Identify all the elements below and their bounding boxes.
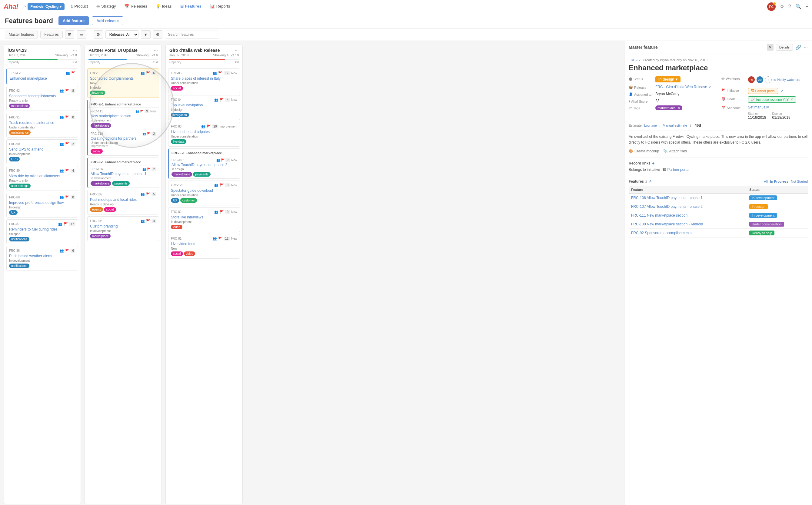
- partner-portal-link[interactable]: Partner portal: [667, 168, 689, 172]
- nav-reports[interactable]: 📊 Reports: [206, 0, 234, 13]
- tab-features[interactable]: Features: [40, 31, 62, 38]
- add-record-link-icon[interactable]: +: [652, 161, 654, 166]
- detail-more-icon[interactable]: ···: [804, 44, 808, 50]
- initiative-badge[interactable]: 🏗 Partner portal: [748, 88, 778, 94]
- detail-details-button[interactable]: Details: [776, 44, 793, 50]
- list-item[interactable]: FRC-88 👥 🚩 0 Improved preferences design…: [6, 193, 78, 217]
- feature-link[interactable]: FRC-107 Allow TouchID payments - phase 2: [631, 204, 703, 209]
- table-row[interactable]: FRC-100 New marketplace section - Androi…: [629, 220, 808, 229]
- card-title[interactable]: Sponsored accomplishments: [9, 94, 75, 98]
- filter-not-started[interactable]: Not Started: [791, 180, 808, 183]
- list-item[interactable]: FRC-85 👥 🚩 17 New Share places of intere…: [168, 68, 240, 93]
- feature-link[interactable]: FRC-100 New marketplace section - Androi…: [631, 222, 703, 226]
- list-item[interactable]: FRC-82 👥 🚩 9 New Store live interviews I…: [168, 207, 240, 232]
- card-title[interactable]: Enhanced marketplace: [10, 76, 75, 80]
- add-feature-button[interactable]: Add feature: [58, 16, 89, 25]
- feature-link[interactable]: FRC-106 Allow TouchID payments - phase 1: [631, 196, 703, 200]
- card-title[interactable]: Share places of interest in Italy: [171, 76, 237, 80]
- status-badge[interactable]: In design ▾: [655, 76, 680, 82]
- workspace-selector[interactable]: Fredwin Cycling ▾: [28, 3, 65, 10]
- detail-id-link[interactable]: FRC-E-1: [629, 58, 642, 62]
- master-feature-card-giro[interactable]: FRC-E-1 Enhanced marketplace FRC-107 👥 🚩…: [168, 148, 240, 179]
- card-title[interactable]: Sponsored Complishments: [90, 76, 156, 80]
- list-item[interactable]: FRC-89 👥 🚩 4 View ride by miles or kilom…: [6, 166, 78, 191]
- nav-ideas[interactable]: 💡 Ideas: [152, 0, 176, 13]
- column-more-menu[interactable]: ···: [73, 48, 77, 53]
- list-item[interactable]: FRC-90 👥 🚩 2 Send GPS to a friend In dev…: [6, 139, 78, 164]
- table-row[interactable]: FRC-107 Allow TouchID payments - phase 2…: [629, 202, 808, 211]
- help-icon[interactable]: ?: [788, 4, 791, 9]
- home-icon[interactable]: ⌂: [23, 4, 26, 9]
- list-item[interactable]: FRC-84 👥 🚩 4 New Top level navigation In…: [168, 95, 240, 120]
- add-icon[interactable]: +: [806, 4, 808, 9]
- sub-card-title[interactable]: Allow TouchID payments - phase 1: [91, 172, 156, 176]
- attach-files-link[interactable]: 📎 Attach files: [663, 149, 687, 153]
- initiative-external-link[interactable]: ↗: [781, 89, 784, 93]
- list-item[interactable]: FRC-92 👥 🚩 8 Sponsored accomplishments R…: [6, 86, 78, 111]
- tag-remove-icon[interactable]: ✕: [677, 106, 680, 110]
- card-title[interactable]: Live video feed: [171, 242, 237, 246]
- card-title[interactable]: Store live interviews: [171, 215, 237, 219]
- avatar[interactable]: FC: [767, 2, 776, 11]
- log-time-link[interactable]: Log time: [644, 124, 657, 127]
- card-title[interactable]: Custom branding: [90, 224, 156, 228]
- search-input[interactable]: [165, 31, 219, 38]
- card-title[interactable]: Live dashboard udpates: [171, 130, 237, 134]
- card-title[interactable]: Send GPS to a friend: [9, 147, 75, 152]
- create-mockup-link[interactable]: 🎨 Create mockup: [629, 149, 659, 153]
- releases-filter[interactable]: Releases: All: [106, 30, 139, 39]
- list-item[interactable]: FRC-123 👥 🚩 0 New Spectator guide downlo…: [168, 181, 240, 205]
- card-title[interactable]: Improved preferences design flow: [9, 200, 75, 205]
- card-title[interactable]: Spectator guide download: [171, 188, 237, 193]
- settings-icon[interactable]: ⚙: [94, 30, 103, 39]
- card-title[interactable]: Top level navigation: [171, 103, 237, 107]
- table-row[interactable]: FRC-111 New marketplace section In devel…: [629, 211, 808, 220]
- set-manually-link[interactable]: Set manually: [748, 105, 769, 109]
- sub-card-111[interactable]: FRC-111 👥 🚩 9 New New marketplace sectio…: [88, 108, 159, 130]
- nav-strategy[interactable]: ◎ Strategy: [92, 0, 120, 13]
- card-title[interactable]: View ride by miles or kilometers: [9, 174, 75, 178]
- grid-view-icon[interactable]: ⊞: [65, 30, 74, 39]
- settings-icon[interactable]: ⚙: [780, 4, 784, 9]
- features-info-icon[interactable]: ℹ: [645, 179, 647, 184]
- list-item[interactable]: FRC-86 👥 🚩 6 Push based weather alerts I…: [6, 246, 78, 271]
- nav-features[interactable]: ⊞ Features: [176, 0, 206, 13]
- column-settings-icon[interactable]: ⚙: [153, 30, 162, 39]
- list-view-icon[interactable]: ☰: [76, 30, 86, 39]
- estimate-help-icon[interactable]: ℹ: [690, 123, 691, 128]
- column-more-menu[interactable]: ···: [154, 48, 158, 53]
- feature-link[interactable]: FRC-92 Sponsored accomplishments: [631, 231, 691, 235]
- list-item[interactable]: FRC-87 👥 🚩 17 Reminders to fuel during r…: [6, 219, 78, 244]
- list-item[interactable]: FRC-109 👥 🚩 5 Post meetups and local rid…: [87, 190, 159, 214]
- manual-estimate-link[interactable]: Manual estimate: [663, 124, 687, 127]
- sub-card-106[interactable]: FRC-106 👥 🚩 2 Allow TouchID payments - p…: [88, 165, 159, 187]
- notify-watchers-link[interactable]: ✉ Notify watchers: [774, 78, 800, 82]
- detail-tag[interactable]: marketplace ✕: [655, 106, 682, 110]
- filter-icon[interactable]: ▼: [141, 30, 151, 39]
- detail-link-icon[interactable]: 🔗: [795, 44, 801, 50]
- master-feature-card[interactable]: FRC-E-1 Enhanced marketplace FRC-111 👥 🚩…: [87, 100, 159, 156]
- list-item[interactable]: FRC-83 👥 🚩 20 Improvement Live dashboard…: [168, 122, 240, 147]
- filter-in-progress[interactable]: In Progress: [770, 180, 789, 183]
- card-title[interactable]: Reminders to fuel during rides: [9, 227, 75, 231]
- table-row[interactable]: FRC-92 Sponsored accomplishments Ready t…: [629, 229, 808, 237]
- sub-card-110[interactable]: FRC-110 👥 🚩 2 Curating options for partn…: [88, 130, 159, 155]
- sub-card-title[interactable]: Allow TouchID payments - phase 2: [171, 163, 237, 167]
- card-title[interactable]: Track required maintenance: [9, 121, 75, 125]
- nav-releases[interactable]: 📅 Releases: [120, 0, 151, 13]
- sub-card-title[interactable]: Curating options for partners: [91, 136, 156, 141]
- list-item[interactable]: FRC-91 👥 🚩 0 Track required maintenance …: [6, 113, 78, 138]
- list-item[interactable]: FRC-* 👥 🚩 6 Sponsored Complishments New …: [87, 68, 159, 98]
- add-release-button[interactable]: Add release: [92, 16, 123, 25]
- feature-link[interactable]: FRC-111 New marketplace section: [631, 213, 687, 217]
- sub-card-title[interactable]: New marketplace section: [91, 114, 156, 118]
- detail-release-value[interactable]: FRC - Giro d'Italia Web Release ↗: [655, 85, 711, 89]
- column-more-menu[interactable]: ···: [235, 48, 239, 53]
- list-item[interactable]: FRC-81 👥 🚩 12 New Live video feed New so…: [168, 234, 240, 259]
- tab-master-features[interactable]: Master features: [5, 31, 38, 38]
- card-frc-e-1[interactable]: FRC-E-1 👥 🚩 Enhanced marketplace: [6, 68, 78, 84]
- features-external-link[interactable]: ↗: [648, 179, 651, 184]
- list-item[interactable]: FRC-108 👥 🚩 4 Custom branding In develop…: [87, 216, 159, 241]
- master-feature-card-2[interactable]: FRC-E-1 Enhanced marketplace FRC-106 👥 🚩…: [87, 158, 159, 188]
- add-watcher-button[interactable]: +: [765, 76, 772, 83]
